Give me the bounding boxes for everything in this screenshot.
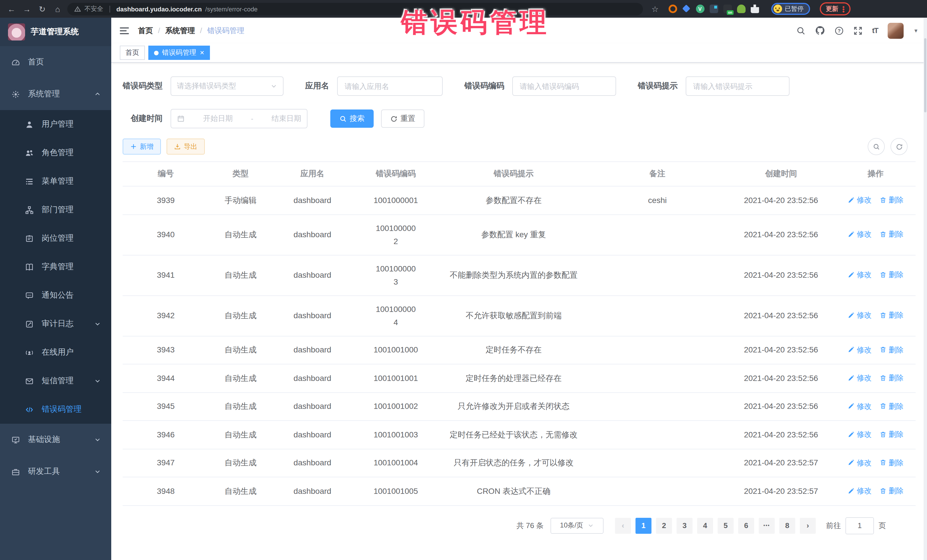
breadcrumb-home[interactable]: 首页 [138,25,153,36]
date-range-picker[interactable]: 开始日期 - 结束日期 [170,109,307,128]
input-错误码提示[interactable] [686,76,790,96]
edit-link[interactable]: 修改 [848,371,872,384]
page-button-5[interactable]: 5 [718,518,734,533]
address-bar[interactable]: 不安全 dashboard.yudao.iocoder.cn/system/er… [67,3,643,15]
text-input[interactable] [343,81,436,91]
tab-close-icon[interactable]: ✕ [200,50,205,56]
extension-grid-icon[interactable] [710,5,718,13]
extension-proxy-icon[interactable]: on [723,5,732,13]
user-avatar[interactable] [887,23,904,38]
tool-icon [11,467,20,476]
refresh-table-icon[interactable] [891,138,907,155]
extension-key-icon[interactable] [737,5,745,13]
font-size-icon[interactable]: tT [872,26,878,35]
tab-错误码管理[interactable]: 错误码管理✕ [148,46,210,60]
column-header-编号: 编号 [123,162,209,186]
browser-forward-icon[interactable]: → [21,3,32,15]
header-search-icon[interactable] [796,26,805,35]
export-button[interactable]: 导出 [167,138,205,155]
sidebar-item-研发工具[interactable]: 研发工具 [0,456,111,487]
page-button-4[interactable]: 4 [697,518,713,533]
edit-link[interactable]: 修改 [848,428,872,441]
security-label[interactable]: 不安全 [84,5,103,13]
edit-link[interactable]: 修改 [848,309,872,322]
delete-link[interactable]: 删除 [880,268,904,281]
input-错误码编码[interactable] [512,76,616,96]
browser-back-icon[interactable]: ← [6,3,17,15]
sidebar-item-通知公告[interactable]: 通知公告 [0,281,111,310]
delete-link[interactable]: 删除 [880,371,904,384]
edit-link[interactable]: 修改 [848,484,872,497]
browser-reload-icon[interactable]: ↻ [36,3,48,15]
page-button-8[interactable]: 8 [779,518,795,533]
sidebar-item-字典管理[interactable]: 字典管理 [0,253,111,281]
browser-menu-dots-icon[interactable]: ••• [842,5,845,12]
delete-link[interactable]: 删除 [880,428,904,441]
avatar-caret-icon[interactable]: ▼ [913,28,918,33]
browser-profile-chip[interactable]: 已暂停 [771,3,810,15]
add-button[interactable]: 新增 [123,138,161,155]
cell-type: 自动生成 [209,477,272,505]
delete-link[interactable]: 删除 [880,484,904,497]
sidebar-item-审计日志[interactable]: 审计日志 [0,310,111,338]
delete-link[interactable]: 删除 [880,399,904,413]
page-button-2[interactable]: 2 [656,518,672,533]
extension-gem-icon[interactable] [682,5,690,13]
delete-link[interactable]: 删除 [880,309,904,322]
sidebar-item-菜单管理[interactable]: 菜单管理 [0,167,111,196]
github-icon[interactable] [815,26,825,35]
reset-button[interactable]: 重置 [381,109,424,128]
edit-link[interactable]: 修改 [848,343,872,356]
page-ellipsis[interactable]: ••• [759,518,775,533]
tags-view-bar: 首页错误码管理✕ [111,43,927,63]
sidebar-item-部门管理[interactable]: 部门管理 [0,196,111,224]
delete-link[interactable]: 删除 [880,343,904,356]
edit-link[interactable]: 修改 [848,456,872,469]
text-input[interactable] [518,81,610,91]
sidebar-item-短信管理[interactable]: 短信管理 [0,367,111,395]
browser-home-icon[interactable]: ⌂ [52,3,63,15]
sidebar-item-岗位管理[interactable]: 岗位管理 [0,224,111,253]
browser-update-button[interactable]: 更新 ••• [819,2,851,15]
delete-link[interactable]: 删除 [880,228,904,241]
hamburger-icon[interactable] [120,27,129,34]
date-start-placeholder[interactable]: 开始日期 [203,114,233,124]
fullscreen-icon[interactable] [853,26,863,35]
help-icon[interactable]: ? [834,26,844,35]
sidebar-item-首页[interactable]: 首页 [0,46,111,78]
edit-link[interactable]: 修改 [848,399,872,413]
edit-link[interactable]: 修改 [848,193,872,206]
text-input[interactable] [692,81,783,91]
vue-devtools-icon[interactable]: V [696,5,704,13]
delete-link[interactable]: 删除 [880,456,904,469]
sidebar-item-在线用户[interactable]: 在线用户 [0,338,111,367]
sidebar-item-用户管理[interactable]: 用户管理 [0,110,111,138]
page-button-1[interactable]: 1 [635,518,652,533]
toggle-search-icon[interactable] [868,138,885,155]
date-end-placeholder[interactable]: 结束日期 [272,114,301,124]
select-错误码类型[interactable]: 请选择错误码类型 [170,76,284,96]
delete-link[interactable]: 删除 [880,193,904,206]
tab-首页[interactable]: 首页 [120,46,145,60]
sidebar-item-错误码管理[interactable]: 错误码管理 [0,395,111,424]
next-page-button[interactable]: › [800,518,816,533]
goto-page-input[interactable] [845,517,874,534]
edit-link[interactable]: 修改 [848,228,872,241]
sidebar-item-系统管理[interactable]: 系统管理 [0,78,111,110]
sidebar-item-基础设施[interactable]: 基础设施 [0,424,111,456]
extension-orange-icon[interactable] [668,5,677,13]
sidebar-item-角色管理[interactable]: 角色管理 [0,138,111,167]
prev-page-button[interactable]: ‹ [615,518,631,533]
breadcrumb-system[interactable]: 系统管理 [165,25,195,36]
cell-time: 2021-04-20 23:52:56 [726,295,836,336]
scrollbar-thumb[interactable] [924,38,926,112]
page-button-3[interactable]: 3 [676,518,693,533]
extensions-menu-icon[interactable] [751,5,759,13]
page-size-select[interactable]: 10条/页 [550,518,603,533]
page-button-6[interactable]: 6 [738,518,754,533]
input-应用名[interactable] [337,76,443,96]
search-button[interactable]: 搜索 [330,109,374,128]
vertical-scrollbar[interactable] [924,18,927,560]
bookmark-star-icon[interactable]: ☆ [652,4,659,14]
edit-link[interactable]: 修改 [848,268,872,281]
